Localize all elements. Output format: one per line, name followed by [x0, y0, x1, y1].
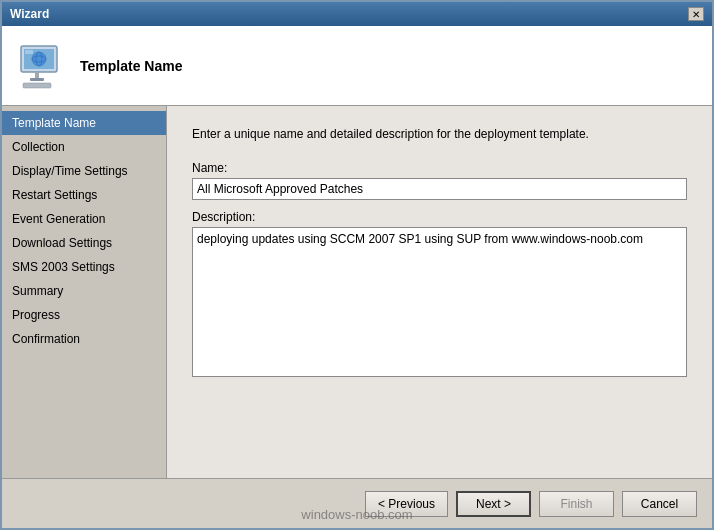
sidebar-item-restart-settings[interactable]: Restart Settings [2, 183, 166, 207]
content-description: Enter a unique name and detailed descrip… [192, 126, 687, 143]
sidebar-item-progress[interactable]: Progress [2, 303, 166, 327]
name-group: Name: [192, 161, 687, 200]
wizard-header: Template Name [2, 26, 712, 106]
sidebar-item-download-settings[interactable]: Download Settings [2, 231, 166, 255]
previous-button[interactable]: < Previous [365, 491, 448, 517]
sidebar-item-summary[interactable]: Summary [2, 279, 166, 303]
sidebar-item-template-name[interactable]: Template Name [2, 111, 166, 135]
wizard-header-title: Template Name [80, 58, 182, 74]
svg-rect-3 [30, 78, 44, 81]
sidebar-item-collection[interactable]: Collection [2, 135, 166, 159]
wizard-footer: < Previous Next > Finish Cancel [2, 478, 712, 528]
svg-rect-5 [25, 50, 33, 54]
sidebar-item-event-generation[interactable]: Event Generation [2, 207, 166, 231]
description-textarea[interactable] [192, 227, 687, 377]
name-label: Name: [192, 161, 687, 175]
cancel-button[interactable]: Cancel [622, 491, 697, 517]
sidebar-item-confirmation[interactable]: Confirmation [2, 327, 166, 351]
next-button[interactable]: Next > [456, 491, 531, 517]
wizard-icon [17, 42, 65, 90]
content-area: Enter a unique name and detailed descrip… [167, 106, 712, 478]
name-input[interactable] [192, 178, 687, 200]
svg-rect-4 [23, 83, 51, 88]
sidebar-item-sms-2003-settings[interactable]: SMS 2003 Settings [2, 255, 166, 279]
title-bar: Wizard ✕ [2, 2, 712, 26]
close-button[interactable]: ✕ [688, 7, 704, 21]
sidebar-item-display-time-settings[interactable]: Display/Time Settings [2, 159, 166, 183]
finish-button[interactable]: Finish [539, 491, 614, 517]
wizard-window: Wizard ✕ Template Name Template Name [0, 0, 714, 530]
svg-point-6 [32, 52, 46, 66]
sidebar: Template Name Collection Display/Time Se… [2, 106, 167, 478]
window-title: Wizard [10, 7, 49, 21]
wizard-body: Template Name Collection Display/Time Se… [2, 106, 712, 478]
svg-rect-2 [35, 72, 39, 78]
description-label: Description: [192, 210, 687, 224]
description-group: Description: [192, 210, 687, 380]
